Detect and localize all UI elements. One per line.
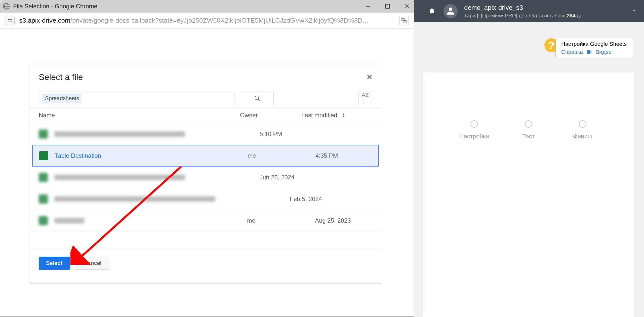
sort-desc-icon [341, 113, 346, 118]
user-block: demo_apix-drive_s3 Тариф |Премиум PRO| д… [464, 3, 582, 19]
address-bar[interactable]: s3.apix-drive.com/private/google-docs-ca… [0, 13, 414, 29]
file-date: 4:35 PM [315, 152, 338, 159]
chevron-down-icon[interactable] [631, 7, 637, 15]
step-dot [579, 120, 586, 128]
sheets-icon [39, 194, 48, 204]
stepper: Настройки Тест Финиш [447, 120, 610, 140]
file-name [54, 196, 215, 202]
address-text: s3.apix-drive.com/private/google-docs-ca… [19, 17, 369, 24]
app-card: Настройки Тест Финиш [423, 72, 634, 317]
svg-text:文: 文 [402, 19, 404, 21]
filter-chip[interactable]: Spreadsheets [42, 94, 82, 103]
file-date: Jun 26, 2024 [260, 174, 295, 181]
file-list[interactable]: 5:10 PM Table Destination me 4:35 PM Jun… [29, 123, 382, 248]
svg-point-3 [11, 21, 12, 22]
select-button[interactable]: Select [39, 257, 70, 270]
tariff-line: Тариф |Премиум PRO| до оплаты осталось 2… [464, 12, 582, 19]
site-settings-icon[interactable] [5, 16, 15, 25]
maximize-button[interactable] [384, 3, 391, 10]
sheets-icon [39, 216, 48, 225]
file-name: Table Destination [55, 152, 241, 159]
search-input[interactable]: Spreadsheets [39, 92, 234, 105]
file-date: 5:10 PM [260, 131, 282, 138]
user-name: demo_apix-drive_s3 [464, 3, 582, 12]
help-link-doc[interactable]: Справка [561, 48, 583, 56]
col-name[interactable]: Name [39, 112, 240, 119]
window-title: File Selection - Google Chrome [13, 3, 97, 10]
step-settings[interactable]: Настройки [447, 120, 501, 140]
step-dot [470, 120, 478, 128]
bell-icon[interactable] [427, 6, 437, 16]
video-icon [586, 49, 592, 55]
table-row-selected[interactable]: Table Destination me 4:35 PM [32, 145, 379, 167]
svg-rect-4 [8, 21, 10, 22]
sheets-icon [39, 173, 48, 182]
titlebar[interactable]: File Selection - Google Chrome [0, 0, 414, 13]
file-name [54, 218, 85, 223]
avatar[interactable] [444, 4, 458, 18]
columns-header: Name Owner Last modified [29, 107, 382, 123]
table-row[interactable]: Feb 5, 2024 [29, 188, 382, 210]
globe-icon [3, 3, 10, 10]
picker-header: Select a file ✕ [29, 64, 382, 90]
picker-footer: Select Cancel [29, 248, 382, 278]
chrome-window: File Selection - Google Chrome s3.apix-d… [0, 0, 414, 317]
close-button[interactable] [403, 3, 411, 10]
sort-az-button[interactable]: AZ↓ [358, 92, 372, 105]
file-owner: me [248, 152, 309, 159]
svg-point-1 [8, 19, 9, 20]
file-name [54, 175, 185, 180]
close-icon[interactable]: ✕ [367, 73, 372, 81]
file-name [54, 131, 185, 137]
picker-toolbar: Spreadsheets AZ↓ [29, 90, 382, 107]
sheets-icon [39, 130, 48, 139]
translate-icon[interactable]: 文A [399, 16, 409, 25]
step-dot [525, 120, 532, 128]
file-owner: me [247, 217, 308, 224]
file-picker: Select a file ✕ Spreadsheets AZ↓ Name Ow… [29, 64, 382, 284]
svg-rect-0 [366, 6, 370, 7]
file-date: Feb 5, 2024 [290, 195, 322, 203]
table-row[interactable]: Jun 26, 2024 [29, 167, 382, 188]
col-modified[interactable]: Last modified [301, 112, 372, 119]
search-button[interactable] [241, 92, 274, 105]
step-finish[interactable]: Финиш [555, 120, 610, 140]
app-body: ? Настройка Google Sheets Справка Видео … [414, 22, 644, 317]
file-date: Aug 25, 2023 [315, 217, 351, 224]
step-test[interactable]: Тест [501, 120, 556, 140]
svg-text:A: A [404, 21, 406, 23]
minimize-button[interactable] [364, 3, 372, 10]
picker-title: Select a file [39, 72, 83, 82]
app-header: demo_apix-drive_s3 Тариф |Премиум PRO| д… [414, 0, 644, 22]
help-link-video[interactable]: Видео [595, 48, 612, 56]
sheets-icon [39, 151, 48, 160]
col-owner[interactable]: Owner [240, 112, 301, 119]
help-title: Настройка Google Sheets [561, 40, 634, 48]
table-row[interactable]: 5:10 PM [29, 123, 382, 145]
cancel-button[interactable]: Cancel [76, 257, 109, 270]
help-bubble: Настройка Google Sheets Справка Видео [555, 38, 634, 58]
svg-rect-2 [9, 19, 12, 20]
table-row[interactable]: me Aug 25, 2023 [29, 210, 382, 231]
